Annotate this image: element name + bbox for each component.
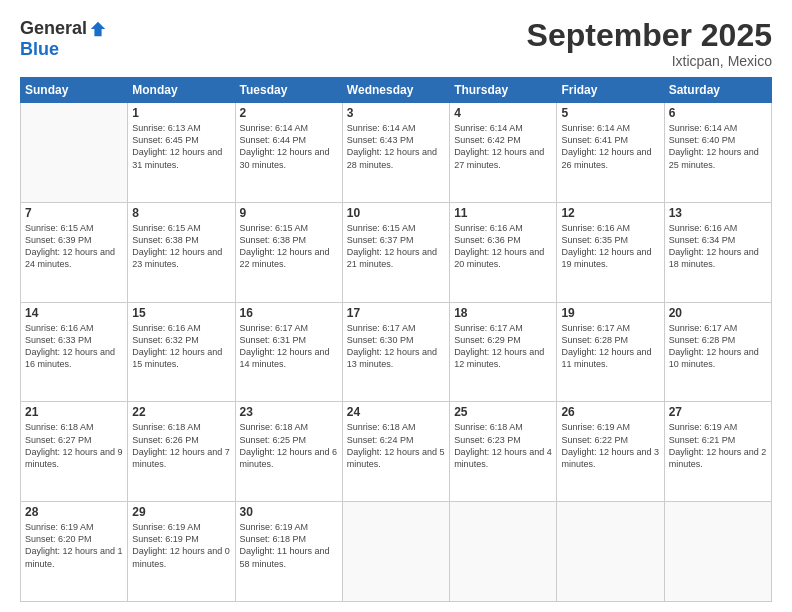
table-row: 1 Sunrise: 6:13 AM Sunset: 6:45 PM Dayli… [128, 103, 235, 203]
calendar-row-4: 21 Sunrise: 6:18 AM Sunset: 6:27 PM Dayl… [21, 402, 772, 502]
calendar-header-row: Sunday Monday Tuesday Wednesday Thursday… [21, 78, 772, 103]
table-row: 2 Sunrise: 6:14 AM Sunset: 6:44 PM Dayli… [235, 103, 342, 203]
table-row: 6 Sunrise: 6:14 AM Sunset: 6:40 PM Dayli… [664, 103, 771, 203]
table-row: 3 Sunrise: 6:14 AM Sunset: 6:43 PM Dayli… [342, 103, 449, 203]
page: General Blue September 2025 Ixticpan, Me… [0, 0, 792, 612]
table-row: 5 Sunrise: 6:14 AM Sunset: 6:41 PM Dayli… [557, 103, 664, 203]
th-friday: Friday [557, 78, 664, 103]
table-row: 17 Sunrise: 6:17 AM Sunset: 6:30 PM Dayl… [342, 302, 449, 402]
table-row: 7 Sunrise: 6:15 AM Sunset: 6:39 PM Dayli… [21, 202, 128, 302]
svg-marker-0 [91, 21, 105, 35]
title-block: September 2025 Ixticpan, Mexico [527, 18, 772, 69]
empty-cell [342, 502, 449, 602]
table-row: 13 Sunrise: 6:16 AM Sunset: 6:34 PM Dayl… [664, 202, 771, 302]
table-row: 21 Sunrise: 6:18 AM Sunset: 6:27 PM Dayl… [21, 402, 128, 502]
logo-blue: Blue [20, 39, 59, 59]
th-monday: Monday [128, 78, 235, 103]
table-row: 23 Sunrise: 6:18 AM Sunset: 6:25 PM Dayl… [235, 402, 342, 502]
table-row: 25 Sunrise: 6:18 AM Sunset: 6:23 PM Dayl… [450, 402, 557, 502]
table-row: 8 Sunrise: 6:15 AM Sunset: 6:38 PM Dayli… [128, 202, 235, 302]
month-title: September 2025 [527, 18, 772, 53]
empty-cell [557, 502, 664, 602]
logo-general: General [20, 18, 87, 39]
table-row: 24 Sunrise: 6:18 AM Sunset: 6:24 PM Dayl… [342, 402, 449, 502]
table-row: 18 Sunrise: 6:17 AM Sunset: 6:29 PM Dayl… [450, 302, 557, 402]
table-row: 22 Sunrise: 6:18 AM Sunset: 6:26 PM Dayl… [128, 402, 235, 502]
th-saturday: Saturday [664, 78, 771, 103]
empty-cell [664, 502, 771, 602]
table-row: 26 Sunrise: 6:19 AM Sunset: 6:22 PM Dayl… [557, 402, 664, 502]
location-subtitle: Ixticpan, Mexico [527, 53, 772, 69]
header: General Blue September 2025 Ixticpan, Me… [20, 18, 772, 69]
table-row: 12 Sunrise: 6:16 AM Sunset: 6:35 PM Dayl… [557, 202, 664, 302]
th-tuesday: Tuesday [235, 78, 342, 103]
empty-cell [450, 502, 557, 602]
table-row: 27 Sunrise: 6:19 AM Sunset: 6:21 PM Dayl… [664, 402, 771, 502]
calendar-row-1: 1 Sunrise: 6:13 AM Sunset: 6:45 PM Dayli… [21, 103, 772, 203]
table-row: 10 Sunrise: 6:15 AM Sunset: 6:37 PM Dayl… [342, 202, 449, 302]
logo-icon [89, 20, 107, 38]
table-row: 14 Sunrise: 6:16 AM Sunset: 6:33 PM Dayl… [21, 302, 128, 402]
table-row: 4 Sunrise: 6:14 AM Sunset: 6:42 PM Dayli… [450, 103, 557, 203]
calendar-row-2: 7 Sunrise: 6:15 AM Sunset: 6:39 PM Dayli… [21, 202, 772, 302]
table-row: 20 Sunrise: 6:17 AM Sunset: 6:28 PM Dayl… [664, 302, 771, 402]
table-row: 29 Sunrise: 6:19 AM Sunset: 6:19 PM Dayl… [128, 502, 235, 602]
table-row: 28 Sunrise: 6:19 AM Sunset: 6:20 PM Dayl… [21, 502, 128, 602]
table-row: 19 Sunrise: 6:17 AM Sunset: 6:28 PM Dayl… [557, 302, 664, 402]
calendar-table: Sunday Monday Tuesday Wednesday Thursday… [20, 77, 772, 602]
table-row: 11 Sunrise: 6:16 AM Sunset: 6:36 PM Dayl… [450, 202, 557, 302]
th-sunday: Sunday [21, 78, 128, 103]
table-row: 15 Sunrise: 6:16 AM Sunset: 6:32 PM Dayl… [128, 302, 235, 402]
th-thursday: Thursday [450, 78, 557, 103]
table-row: 16 Sunrise: 6:17 AM Sunset: 6:31 PM Dayl… [235, 302, 342, 402]
calendar-row-5: 28 Sunrise: 6:19 AM Sunset: 6:20 PM Dayl… [21, 502, 772, 602]
th-wednesday: Wednesday [342, 78, 449, 103]
logo: General Blue [20, 18, 107, 60]
empty-cell [21, 103, 128, 203]
calendar-row-3: 14 Sunrise: 6:16 AM Sunset: 6:33 PM Dayl… [21, 302, 772, 402]
table-row: 9 Sunrise: 6:15 AM Sunset: 6:38 PM Dayli… [235, 202, 342, 302]
table-row: 30 Sunrise: 6:19 AM Sunset: 6:18 PM Dayl… [235, 502, 342, 602]
